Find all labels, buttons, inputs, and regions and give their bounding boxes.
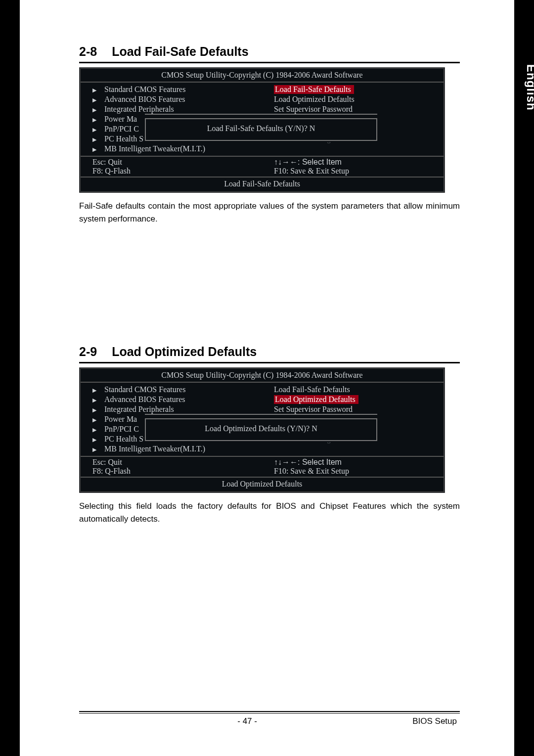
menu-label: Load Fail-Safe Defaults — [274, 385, 350, 394]
footer-col: ↑↓→←: Select Item F10: Save & Exit Setup — [262, 158, 444, 176]
language-tab: English — [524, 64, 534, 111]
menu-label: PnP/PCI C — [104, 425, 139, 433]
triangle-right-icon: ▶ — [92, 397, 104, 403]
menu-label: Set Supervisor Password — [274, 105, 353, 113]
footer-col: Esc: Quit F8: Q-Flash — [81, 458, 262, 476]
bios-body-1: ▶Standard CMOS Features ▶Advanced BIOS F… — [81, 83, 444, 156]
triangle-right-icon: ▶ — [92, 117, 104, 123]
heading-rule-thin — [79, 363, 460, 363]
bios-screenshot-1: CMOS Setup Utility-Copyright (C) 1984-20… — [79, 67, 445, 193]
menu-label-selected: Load Optimized Defaults — [274, 395, 358, 404]
menu-item[interactable]: ▶Advanced BIOS Features — [92, 94, 262, 104]
page: English 2-8Load Fail-Safe Defaults CMOS … — [20, 0, 514, 756]
section-number-29: 2-9 — [79, 345, 97, 359]
section-number-28: 2-8 — [79, 44, 97, 59]
bios-screenshot-2: CMOS Setup Utility-Copyright (C) 1984-20… — [79, 367, 445, 493]
triangle-right-icon: ▶ — [92, 387, 104, 394]
menu-label: Load Optimized Defaults — [274, 95, 355, 103]
menu-item[interactable]: ▶MB Intelligent Tweaker(M.I.T.) — [92, 444, 262, 454]
menu-label: Advanced BIOS Features — [104, 395, 185, 403]
footer-section-name: BIOS Setup — [412, 716, 457, 726]
content-area: 2-8Load Fail-Safe Defaults CMOS Setup Ut… — [20, 20, 514, 526]
menu-item[interactable]: Set Supervisor Password — [274, 404, 444, 414]
bios-footer-title-2: Load Optimized Defaults — [81, 477, 444, 491]
menu-item[interactable]: Load Optimized Defaults — [274, 94, 444, 104]
triangle-right-icon: ▶ — [92, 437, 104, 443]
menu-label: Integrated Peripherals — [104, 105, 174, 113]
bios-footer-keys-2: Esc: Quit F8: Q-Flash ↑↓→←: Select Item … — [81, 456, 444, 477]
menu-item[interactable]: ▶Integrated Peripherals — [92, 404, 262, 414]
key-hint-f8: F8: Q-Flash — [92, 467, 262, 476]
menu-item[interactable]: ▶Advanced BIOS Features — [92, 395, 262, 404]
menu-item[interactable]: ▶MB Intelligent Tweaker(M.I.T.) — [92, 144, 262, 154]
key-hint-esc: Esc: Quit — [92, 158, 262, 167]
confirm-dialog-2[interactable]: Load Optimized Defaults (Y/N)? N — [145, 418, 377, 441]
section-heading-29: 2-9Load Optimized Defaults — [79, 345, 460, 359]
dialog-prompt: Load Optimized Defaults (Y/N)? N — [205, 424, 317, 433]
menu-label: Standard CMOS Features — [104, 385, 185, 394]
bios-footer-title-1: Load Fail-Safe Defaults — [81, 177, 444, 191]
key-hint-arrows: ↑↓→←: Select Item — [274, 158, 444, 167]
footer-col: ↑↓→←: Select Item F10: Save & Exit Setup — [262, 458, 444, 476]
triangle-right-icon: ▶ — [92, 127, 104, 133]
menu-label: Advanced BIOS Features — [104, 95, 185, 103]
menu-label: Power Ma — [104, 115, 137, 123]
key-hint-f10: F10: Save & Exit Setup — [274, 467, 444, 476]
menu-item[interactable]: Load Fail-Safe Defaults — [274, 85, 444, 94]
page-number: - 47 - — [237, 716, 257, 726]
confirm-dialog-1[interactable]: Load Fail-Safe Defaults (Y/N)? N — [145, 118, 377, 141]
bios-header-1: CMOS Setup Utility-Copyright (C) 1984-20… — [81, 69, 444, 83]
triangle-right-icon: ▶ — [92, 417, 104, 423]
section-heading-28: 2-8Load Fail-Safe Defaults — [79, 44, 460, 59]
menu-label: Set Supervisor Password — [274, 405, 353, 413]
menu-item[interactable]: Load Optimized Defaults — [274, 395, 444, 404]
spacer — [79, 226, 460, 345]
triangle-right-icon: ▶ — [92, 146, 104, 153]
section-title-29: Load Optimized Defaults — [112, 345, 257, 358]
triangle-right-icon: ▶ — [92, 136, 104, 143]
menu-item[interactable]: ▶Integrated Peripherals — [92, 104, 262, 114]
menu-label-selected: Load Fail-Safe Defaults — [274, 85, 354, 94]
dialog-prompt: Load Fail-Safe Defaults (Y/N)? N — [207, 124, 315, 133]
footer-rule-thin — [79, 713, 460, 713]
key-hint-arrows: ↑↓→←: Select Item — [274, 458, 444, 467]
menu-label: MB Intelligent Tweaker(M.I.T.) — [104, 144, 205, 153]
bios-footer-keys-1: Esc: Quit F8: Q-Flash ↑↓→←: Select Item … — [81, 156, 444, 177]
menu-item[interactable]: Set Supervisor Password — [274, 104, 444, 114]
triangle-right-icon: ▶ — [92, 407, 104, 413]
key-hint-esc: Esc: Quit — [92, 458, 262, 467]
heading-rule-thin — [79, 63, 460, 63]
menu-item[interactable]: ▶Standard CMOS Features — [92, 385, 262, 395]
key-hint-f8: F8: Q-Flash — [92, 167, 262, 176]
menu-label: PnP/PCI C — [104, 125, 139, 133]
bios-header-2: CMOS Setup Utility-Copyright (C) 1984-20… — [81, 369, 444, 383]
dialog-top-border — [145, 414, 377, 417]
menu-label: Power Ma — [104, 415, 137, 423]
triangle-right-icon: ▶ — [92, 87, 104, 93]
menu-label: Integrated Peripherals — [104, 405, 174, 413]
section-caption-29: Selecting this field loads the factory d… — [79, 500, 460, 526]
section-caption-28: Fail-Safe defaults contain the most appr… — [79, 200, 460, 226]
page-footer: - 47 - BIOS Setup — [79, 711, 460, 726]
key-hint-f10: F10: Save & Exit Setup — [274, 167, 444, 176]
bios-body-2: ▶Standard CMOS Features ▶Advanced BIOS F… — [81, 383, 444, 456]
dialog-top-border — [145, 114, 377, 117]
menu-label: MB Intelligent Tweaker(M.I.T.) — [104, 445, 205, 453]
triangle-right-icon: ▶ — [92, 97, 104, 103]
section-title-28: Load Fail-Safe Defaults — [112, 44, 248, 58]
triangle-right-icon: ▶ — [92, 446, 104, 453]
menu-item[interactable]: Load Fail-Safe Defaults — [274, 385, 444, 395]
triangle-right-icon: ▶ — [92, 107, 104, 113]
menu-item[interactable]: ▶Standard CMOS Features — [92, 85, 262, 94]
menu-label: Standard CMOS Features — [104, 85, 185, 93]
triangle-right-icon: ▶ — [92, 427, 104, 433]
footer-row: - 47 - BIOS Setup — [79, 716, 460, 726]
footer-col: Esc: Quit F8: Q-Flash — [81, 158, 262, 176]
footer-rule-thick — [79, 711, 460, 712]
